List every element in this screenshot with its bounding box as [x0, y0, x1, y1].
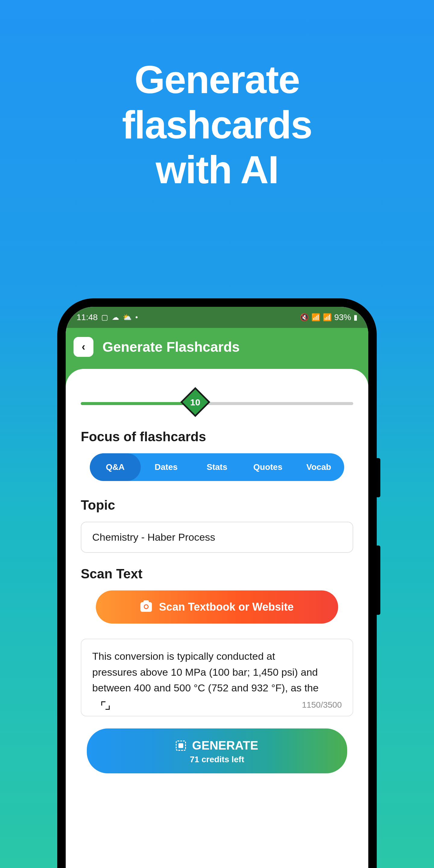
phone-frame: 11:48 ▢ ☁ ⛅ • 🔇 📶 📶 93% ▮ ‹ Generate Fla… — [57, 299, 377, 868]
status-bar: 11:48 ▢ ☁ ⛅ • 🔇 📶 📶 93% ▮ — [66, 307, 368, 328]
camera-icon — [141, 602, 152, 612]
slider-value: 10 — [190, 397, 200, 407]
phone-side-button-2 — [377, 546, 380, 615]
phone-screen: 11:48 ▢ ☁ ⛅ • 🔇 📶 📶 93% ▮ ‹ Generate Fla… — [66, 307, 368, 868]
cloud-icon: ☁ — [112, 313, 119, 321]
chip-quotes[interactable]: Quotes — [242, 453, 293, 481]
generate-button[interactable]: GENERATE 71 credits left — [87, 728, 347, 773]
scan-section-title: Scan Text — [81, 566, 353, 581]
signal-icon: 📶 — [323, 313, 332, 321]
scan-textbook-button[interactable]: Scan Textbook or Website — [96, 590, 338, 624]
wifi-icon: 📶 — [311, 313, 320, 321]
slider-fill — [81, 402, 195, 405]
mute-icon: 🔇 — [300, 313, 309, 321]
back-button[interactable]: ‹ — [73, 337, 93, 357]
topic-input[interactable]: Chemistry - Haber Process — [81, 522, 353, 553]
hero-line-1: Generate — [0, 57, 434, 102]
character-counter: 1150/3500 — [302, 700, 342, 710]
hero-title: Generate flashcards with AI — [0, 0, 434, 193]
image-icon: ▢ — [101, 313, 108, 321]
hero-line-2: flashcards — [0, 102, 434, 148]
status-time: 11:48 — [76, 313, 98, 322]
hero-line-3: with AI — [0, 147, 434, 193]
scan-button-label: Scan Textbook or Website — [159, 601, 294, 613]
dot-icon: • — [135, 313, 138, 321]
status-left: 11:48 ▢ ☁ ⛅ • — [76, 313, 138, 322]
generate-button-main: GENERATE — [99, 739, 335, 752]
cpu-icon — [176, 741, 186, 751]
topic-section-title: Topic — [81, 498, 353, 513]
scanned-text-area[interactable]: This conversion is typically conducted a… — [81, 639, 353, 716]
page-title: Generate Flashcards — [102, 339, 240, 355]
status-right: 🔇 📶 📶 93% ▮ — [300, 313, 358, 322]
credits-remaining: 71 credits left — [99, 755, 335, 764]
content-card: 10 Focus of flashcards Q&A Dates Stats Q… — [66, 369, 368, 785]
chip-dates[interactable]: Dates — [141, 453, 192, 481]
text-area-footer: 1150/3500 — [92, 700, 342, 710]
weather-icon: ⛅ — [123, 313, 132, 321]
scanned-text-content: This conversion is typically conducted a… — [92, 648, 342, 696]
focus-chip-row: Q&A Dates Stats Quotes Vocab — [90, 453, 344, 481]
generate-label: GENERATE — [192, 739, 258, 752]
expand-icon[interactable] — [101, 701, 110, 710]
battery-icon: ▮ — [353, 313, 358, 321]
quantity-slider[interactable]: 10 — [81, 393, 353, 414]
chip-vocab[interactable]: Vocab — [293, 453, 344, 481]
chevron-left-icon: ‹ — [82, 341, 85, 353]
phone-side-button-1 — [377, 458, 380, 497]
chip-stats[interactable]: Stats — [192, 453, 243, 481]
focus-section-title: Focus of flashcards — [81, 429, 353, 444]
chip-qa[interactable]: Q&A — [90, 453, 141, 481]
status-battery: 93% — [334, 313, 351, 322]
